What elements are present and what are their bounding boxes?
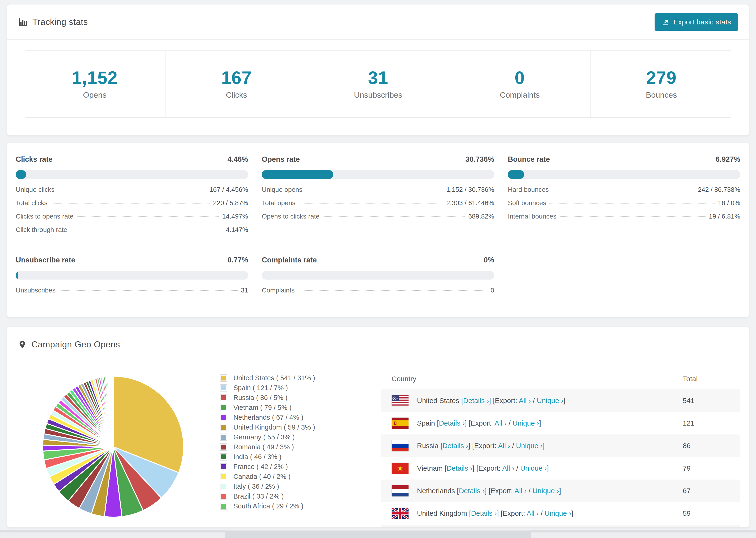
export-unique-link[interactable]: Unique › bbox=[545, 510, 571, 517]
dotted-leader bbox=[51, 203, 210, 203]
stat-row-label: Hard bounces bbox=[508, 186, 549, 193]
stat-row-label: Opens to clicks rate bbox=[262, 213, 320, 220]
legend-label: Vietnam ( 79 / 5% ) bbox=[233, 404, 292, 411]
dotted-leader bbox=[560, 216, 706, 217]
stat-row: Internal bounces 19 / 6.81% bbox=[508, 213, 740, 226]
opens-rate-progress-fill bbox=[262, 170, 333, 179]
legend-label: Netherlands ( 67 / 4% ) bbox=[233, 413, 303, 421]
geo-card-header: Campaign Geo Opens bbox=[7, 327, 749, 362]
geo-table-row-gb: United Kingdom [Details ›] [Export: All … bbox=[381, 502, 740, 525]
complaints-rate-heading: Complaints rate 0% bbox=[262, 256, 494, 264]
geo-row-country: Netherlands [Details ›] [Export: All › /… bbox=[417, 487, 683, 495]
bounce-rate-progress-track bbox=[508, 170, 740, 179]
stat-row-label: Clicks to opens rate bbox=[16, 213, 74, 220]
summary-stat-label: Unsubscribes bbox=[354, 90, 403, 99]
geo-row-total: 59 bbox=[683, 510, 730, 517]
opens-rate-heading: Opens rate 30.736% bbox=[262, 155, 494, 164]
details-link[interactable]: Details › bbox=[439, 419, 465, 427]
clicks-rate-value: 4.46% bbox=[228, 155, 248, 164]
legend-label: India ( 46 / 3% ) bbox=[233, 453, 282, 461]
legend-swatch-icon bbox=[220, 483, 227, 490]
summary-stat-complaints: 0 Complaints bbox=[449, 51, 590, 117]
country-name: Vietnam bbox=[417, 464, 443, 472]
geo-row-country: United Kingdom [Details ›] [Export: All … bbox=[417, 510, 683, 517]
summary-stat-value: 1,152 bbox=[72, 69, 118, 86]
legend-swatch-icon bbox=[220, 374, 227, 382]
stat-row-label: Unique opens bbox=[262, 186, 302, 193]
legend-swatch-icon bbox=[220, 463, 227, 470]
legend-label: France ( 42 / 2% ) bbox=[233, 463, 288, 471]
rates-grid: Clicks rate 4.46% Unique clicks 167 / 4.… bbox=[7, 143, 749, 300]
country-name: Russia bbox=[417, 442, 439, 450]
clicks-rate-section: Clicks rate 4.46% Unique clicks 167 / 4.… bbox=[16, 155, 248, 240]
export-all-link[interactable]: All › bbox=[519, 397, 531, 404]
dotted-leader bbox=[323, 216, 465, 217]
details-link[interactable]: Details › bbox=[471, 510, 497, 517]
clicks-rate-heading: Clicks rate 4.46% bbox=[16, 155, 248, 164]
stat-row-value: 18 / 0% bbox=[718, 199, 740, 207]
legend-item: South Africa ( 29 / 2% ) bbox=[220, 501, 381, 511]
export-all-link[interactable]: All › bbox=[502, 464, 514, 472]
summary-stat-value: 0 bbox=[514, 69, 525, 86]
dotted-leader bbox=[549, 203, 715, 203]
export-all-link[interactable]: All › bbox=[514, 487, 527, 495]
geo-row-country: Spain [Details ›] [Export: All › / Uniqu… bbox=[417, 419, 683, 427]
flag-us-icon bbox=[392, 395, 408, 406]
geo-table-row-es: Spain [Details ›] [Export: All › / Uniqu… bbox=[381, 412, 740, 435]
legend-swatch-icon bbox=[220, 404, 227, 411]
stat-row-label: Unique clicks bbox=[16, 186, 54, 193]
geo-row-country: Vietnam [Details ›] [Export: All › / Uni… bbox=[417, 464, 683, 472]
legend-swatch-icon bbox=[220, 414, 227, 421]
flag-ru-icon bbox=[392, 440, 408, 452]
export-all-link[interactable]: All › bbox=[498, 442, 510, 450]
details-link[interactable]: Details › bbox=[463, 397, 489, 404]
export-all-link[interactable]: All › bbox=[527, 510, 539, 517]
bounce-rate-heading: Bounce rate 6.927% bbox=[508, 155, 740, 164]
export-unique-link[interactable]: Unique › bbox=[513, 419, 539, 427]
dotted-leader bbox=[306, 190, 443, 190]
geo-table-row-de: Germany [Details ›] [Export: All › / Uni… bbox=[381, 525, 740, 528]
stat-row-label: Total clicks bbox=[16, 199, 47, 207]
dotted-leader bbox=[298, 290, 487, 291]
flag-nl-icon bbox=[392, 485, 408, 497]
stat-row-label: Total opens bbox=[262, 199, 296, 207]
stat-row: Unique opens 1,152 / 30.736% bbox=[262, 186, 494, 199]
export-button-label: Export basic stats bbox=[674, 18, 731, 26]
export-basic-stats-button[interactable]: Export basic stats bbox=[655, 13, 738, 31]
export-unique-link[interactable]: Unique › bbox=[532, 487, 559, 495]
legend-swatch-icon bbox=[220, 384, 227, 392]
country-name: Spain bbox=[417, 419, 435, 427]
stat-row-value: 689.82% bbox=[468, 213, 494, 220]
horizontal-scrollbar-thumb[interactable] bbox=[225, 530, 531, 538]
legend-item: United States ( 541 / 31% ) bbox=[220, 373, 381, 383]
stat-row-value: 19 / 6.81% bbox=[709, 213, 740, 220]
summary-stat-label: Complaints bbox=[500, 90, 540, 99]
stat-row-label: Unsubscribes bbox=[16, 287, 56, 294]
details-link[interactable]: Details › bbox=[459, 487, 485, 495]
dotted-leader bbox=[58, 190, 206, 190]
export-unique-link[interactable]: Unique › bbox=[520, 464, 547, 472]
export-unique-link[interactable]: Unique › bbox=[516, 442, 543, 450]
legend-item: Spain ( 121 / 7% ) bbox=[220, 383, 381, 393]
legend-label: South Africa ( 29 / 2% ) bbox=[233, 502, 303, 510]
legend-swatch-icon bbox=[220, 503, 227, 510]
legend-swatch-icon bbox=[220, 424, 227, 431]
details-link[interactable]: Details › bbox=[442, 442, 468, 450]
legend-label: Germany ( 55 / 3% ) bbox=[233, 433, 295, 441]
export-all-link[interactable]: All › bbox=[495, 419, 507, 427]
legend-item: France ( 42 / 2% ) bbox=[220, 462, 381, 471]
bounce-rate-title: Bounce rate bbox=[508, 155, 550, 164]
stat-row-label: Click through rate bbox=[16, 226, 67, 234]
stat-row: Hard bounces 242 / 86.738% bbox=[508, 186, 740, 199]
bounce-rate-section: Bounce rate 6.927% Hard bounces 242 / 86… bbox=[508, 155, 740, 240]
legend-item: Vietnam ( 79 / 5% ) bbox=[220, 403, 381, 412]
export-unique-link[interactable]: Unique › bbox=[537, 397, 563, 404]
legend-swatch-icon bbox=[220, 473, 227, 480]
summary-stats-row: 1,152 Opens 167 Clicks 31 Unsubscribes 0… bbox=[24, 50, 732, 118]
geo-card-title: Campaign Geo Opens bbox=[31, 340, 120, 350]
summary-stat-opens: 1,152 Opens bbox=[24, 51, 166, 117]
legend-item: India ( 46 / 3% ) bbox=[220, 452, 381, 462]
details-link[interactable]: Details › bbox=[447, 464, 472, 472]
summary-stat-value: 279 bbox=[646, 69, 676, 86]
stat-row-value: 4.147% bbox=[226, 226, 248, 234]
